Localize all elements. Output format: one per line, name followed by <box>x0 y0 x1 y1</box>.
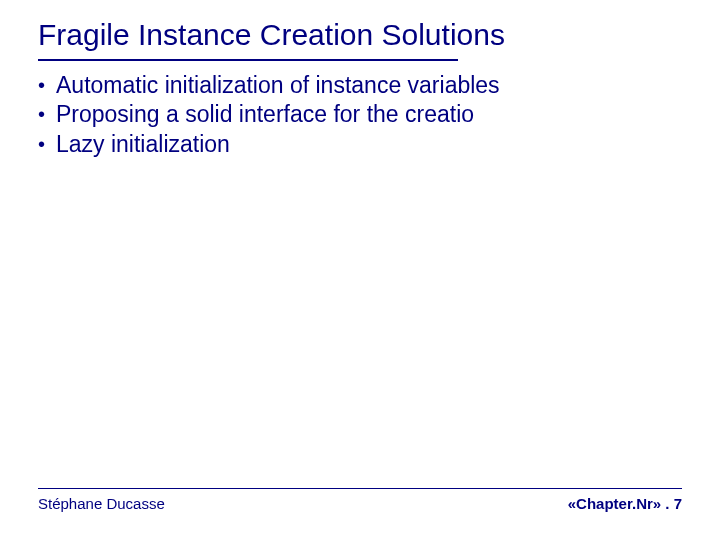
footer-row: Stéphane Ducasse «Chapter.Nr» . 7 <box>38 495 682 512</box>
title-divider <box>38 59 458 61</box>
bullet-dot-icon: • <box>38 100 56 128</box>
list-item: • Automatic initialization of instance v… <box>38 71 682 101</box>
slide-title: Fragile Instance Creation Solutions <box>38 18 682 53</box>
slide: Fragile Instance Creation Solutions • Au… <box>0 0 720 540</box>
slide-footer: Stéphane Ducasse «Chapter.Nr» . 7 <box>38 488 682 512</box>
list-item: • Proposing a solid interface for the cr… <box>38 100 682 130</box>
bullet-text: Proposing a solid interface for the crea… <box>56 100 474 130</box>
footer-divider <box>38 488 682 489</box>
footer-page-ref: «Chapter.Nr» . 7 <box>568 495 682 512</box>
bullet-list: • Automatic initialization of instance v… <box>38 71 682 161</box>
bullet-dot-icon: • <box>38 71 56 99</box>
bullet-dot-icon: • <box>38 130 56 158</box>
bullet-text: Lazy initialization <box>56 130 230 160</box>
bullet-text: Automatic initialization of instance var… <box>56 71 500 101</box>
footer-author: Stéphane Ducasse <box>38 495 165 512</box>
list-item: • Lazy initialization <box>38 130 682 160</box>
